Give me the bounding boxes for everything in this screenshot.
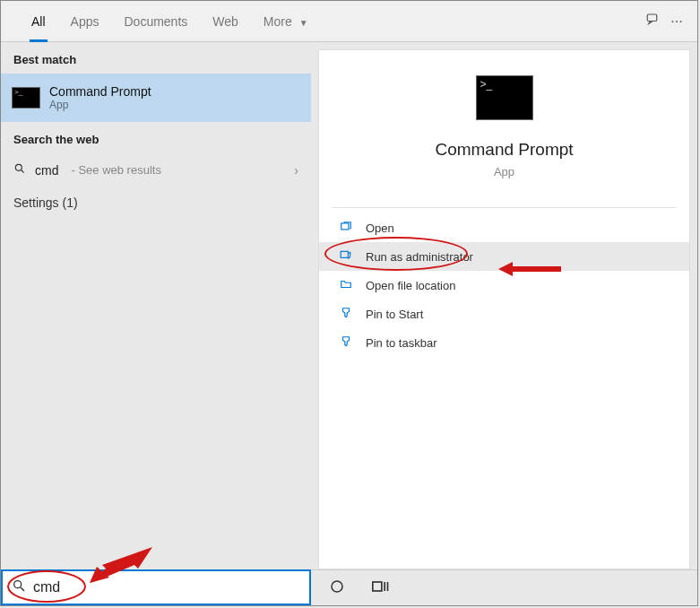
action-open-file-location[interactable]: Open file location: [319, 271, 689, 300]
svg-line-2: [22, 170, 24, 173]
action-run-admin-label: Run as administrator: [366, 250, 473, 264]
best-match-header: Best match: [1, 42, 311, 74]
chevron-right-icon: ›: [294, 163, 298, 178]
taskbar-strip: [311, 569, 697, 605]
action-open-label: Open: [366, 221, 394, 235]
cmd-large-icon: [476, 75, 533, 120]
svg-rect-8: [373, 582, 382, 591]
web-hint: - See web results: [71, 163, 160, 177]
search-icon: [13, 162, 26, 178]
settings-label: Settings: [13, 195, 59, 210]
action-run-as-administrator[interactable]: Run as administrator: [319, 242, 689, 271]
svg-point-5: [14, 581, 22, 588]
result-title: Command Prompt: [49, 84, 151, 99]
pin-start-icon: [339, 307, 353, 322]
search-results-list: Best match Command Prompt App Search the…: [1, 42, 311, 569]
action-open-loc-label: Open file location: [366, 279, 455, 292]
svg-rect-4: [341, 251, 348, 257]
action-pin-to-taskbar[interactable]: Pin to taskbar: [319, 328, 689, 357]
tab-more[interactable]: More ▼: [251, 1, 321, 42]
separator: [332, 207, 677, 208]
folder-icon: [339, 278, 353, 293]
tab-more-label: More: [264, 14, 292, 29]
search-input[interactable]: [33, 579, 300, 595]
detail-subtitle: App: [494, 165, 514, 178]
svg-point-1: [15, 164, 22, 170]
action-pin-taskbar-label: Pin to taskbar: [366, 336, 437, 350]
action-open[interactable]: Open: [319, 213, 689, 242]
cmd-icon: [12, 87, 40, 109]
search-web-header: Search the web: [1, 122, 311, 153]
svg-point-7: [332, 581, 342, 592]
bottom-bar: [1, 569, 697, 605]
tab-documents[interactable]: Documents: [111, 1, 200, 42]
search-input-box[interactable]: [1, 569, 311, 605]
search-scope-tabs: All Apps Documents Web More ▼ ···: [1, 1, 697, 42]
cortana-icon[interactable]: [329, 578, 345, 598]
pin-taskbar-icon: [339, 335, 353, 351]
settings-group[interactable]: Settings (1): [1, 187, 311, 219]
shield-icon: [339, 249, 353, 265]
task-view-icon[interactable]: [372, 579, 390, 597]
search-icon: [12, 578, 26, 596]
result-subtitle: App: [49, 99, 151, 111]
action-pin-to-start[interactable]: Pin to Start: [319, 300, 689, 328]
action-pin-start-label: Pin to Start: [366, 308, 423, 321]
tab-web[interactable]: Web: [200, 1, 251, 42]
svg-line-6: [21, 587, 24, 591]
result-command-prompt[interactable]: Command Prompt App: [1, 74, 311, 122]
search-main: Best match Command Prompt App Search the…: [1, 42, 697, 569]
open-icon: [339, 221, 353, 236]
svg-rect-0: [647, 14, 657, 22]
web-term: cmd: [35, 163, 58, 178]
detail-header: Command Prompt App: [319, 50, 689, 195]
feedback-icon[interactable]: [642, 12, 665, 31]
settings-count: (1): [62, 195, 77, 210]
search-web-row[interactable]: cmd - See web results ›: [1, 153, 311, 187]
tab-all[interactable]: All: [19, 1, 58, 42]
detail-title: Command Prompt: [435, 140, 573, 160]
result-text: Command Prompt App: [49, 84, 151, 111]
svg-rect-3: [341, 222, 349, 229]
detail-card: Command Prompt App Open Run as administr…: [318, 49, 690, 569]
search-detail-panel: Command Prompt App Open Run as administr…: [311, 42, 697, 569]
options-ellipsis-icon[interactable]: ···: [665, 13, 688, 30]
start-search-window: All Apps Documents Web More ▼ ··· Best m…: [0, 0, 698, 606]
tab-apps[interactable]: Apps: [58, 1, 112, 42]
chevron-down-icon: ▼: [299, 18, 308, 28]
